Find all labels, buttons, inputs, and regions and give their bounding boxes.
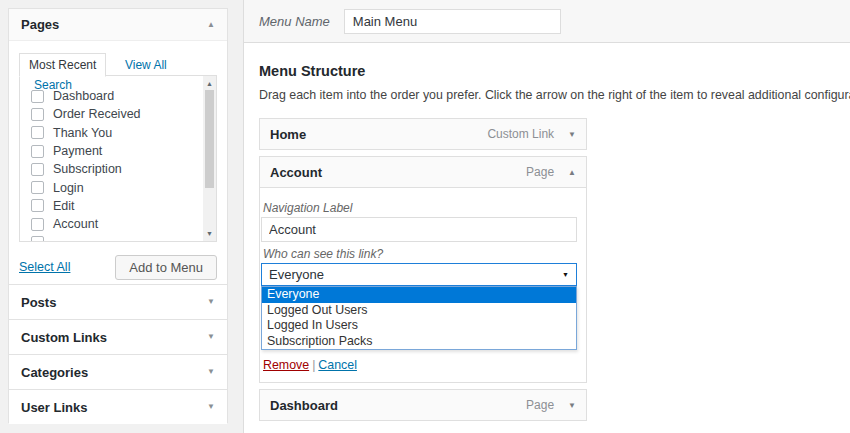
visibility-dropdown-list: Everyone Logged Out Users Logged In User… xyxy=(261,286,577,350)
collapse-arrow-icon[interactable]: ▲ xyxy=(568,168,576,177)
list-item[interactable]: Order Received xyxy=(31,105,202,123)
menu-item-actions: Remove|Cancel xyxy=(263,358,576,372)
pages-panel-body: Most Recent View All Search Dashboard Or… xyxy=(9,41,227,284)
menu-name-input[interactable] xyxy=(344,9,561,34)
page-title: Menu Structure xyxy=(259,63,835,79)
list-item-label: Account xyxy=(53,217,98,231)
menu-items-sidebar: Pages ▲ Most Recent View All Search Dash… xyxy=(8,8,228,423)
menu-item-list: Home Custom Link ▼ Account Page ▲ Naviga… xyxy=(259,118,587,421)
expand-arrow-icon[interactable]: ▼ xyxy=(568,130,576,139)
add-to-menu-button[interactable]: Add to Menu xyxy=(115,255,217,280)
dropdown-option-subscription-packs[interactable]: Subscription Packs xyxy=(262,334,576,350)
list-item[interactable]: Edit xyxy=(31,197,202,215)
select-all-link[interactable]: Select All xyxy=(19,260,70,274)
menu-item-dashboard: Dashboard Page ▼ xyxy=(259,389,587,421)
checkbox[interactable] xyxy=(31,236,44,242)
list-item[interactable]: Thank You xyxy=(31,124,202,142)
panel-title: Categories xyxy=(21,365,88,380)
menu-name-bar: Menu Name xyxy=(244,0,850,43)
list-item[interactable]: Login xyxy=(31,178,202,196)
checkbox[interactable] xyxy=(31,218,44,231)
dropdown-option-logged-out-users[interactable]: Logged Out Users xyxy=(262,303,576,319)
list-item-label: Payment xyxy=(53,144,102,158)
list-item-label: Subscription xyxy=(53,162,122,176)
scrollbar-thumb[interactable] xyxy=(205,90,214,188)
menu-item-type: Page xyxy=(526,165,554,179)
pages-actions-row: Select All Add to Menu xyxy=(19,254,217,280)
scrollbar[interactable]: ▲ ▼ xyxy=(203,76,216,241)
checkbox[interactable] xyxy=(31,145,44,158)
dropdown-option-everyone[interactable]: Everyone xyxy=(262,287,576,303)
menu-item-bar[interactable]: Home Custom Link ▼ xyxy=(259,118,587,150)
menu-item-type: Custom Link xyxy=(487,127,554,141)
visibility-select[interactable]: Everyone ▼ xyxy=(261,263,577,286)
list-item-partial[interactable] xyxy=(31,233,202,242)
menu-item-label: Home xyxy=(270,127,487,142)
tab-most-recent[interactable]: Most Recent xyxy=(19,53,106,77)
cancel-link[interactable]: Cancel xyxy=(318,358,357,372)
pages-checklist: Dashboard Order Received Thank You Payme… xyxy=(19,75,217,242)
list-item[interactable]: Account xyxy=(31,215,202,233)
checkbox[interactable] xyxy=(31,108,44,121)
checkbox[interactable] xyxy=(31,163,44,176)
dropdown-option-logged-in-users[interactable]: Logged In Users xyxy=(262,318,576,334)
sidebar-panel-user-links[interactable]: User Links ▼ xyxy=(9,389,227,424)
expand-arrow-icon[interactable]: ▼ xyxy=(207,298,215,306)
menu-item-settings: Navigation Label Who can see this link? … xyxy=(260,188,586,382)
collapse-arrow-icon[interactable]: ▲ xyxy=(207,21,215,29)
checkbox[interactable] xyxy=(31,199,44,212)
panel-title: User Links xyxy=(21,400,87,415)
scroll-down-icon[interactable]: ▼ xyxy=(203,227,216,240)
remove-link[interactable]: Remove xyxy=(263,358,309,372)
navigation-label-input[interactable] xyxy=(261,217,577,242)
checkbox[interactable] xyxy=(31,181,44,194)
menu-structure-section: Menu Structure Drag each item into the o… xyxy=(244,43,850,433)
panel-title: Posts xyxy=(21,295,56,310)
list-item-label: Thank You xyxy=(53,126,112,140)
sidebar-panel-categories[interactable]: Categories ▼ xyxy=(9,354,227,389)
structure-description: Drag each item into the order you prefer… xyxy=(259,88,835,102)
tab-view-all[interactable]: View All xyxy=(125,58,167,72)
pages-panel-title: Pages xyxy=(21,17,59,32)
pages-tabs: Most Recent View All Search xyxy=(19,53,217,76)
sidebar-panel-posts[interactable]: Posts ▼ xyxy=(9,284,227,319)
list-item[interactable]: Payment xyxy=(31,142,202,160)
actions-separator: | xyxy=(312,358,315,372)
expand-arrow-icon[interactable]: ▼ xyxy=(207,403,215,411)
list-item-label: Order Received xyxy=(53,107,141,121)
menu-item-bar[interactable]: Dashboard Page ▼ xyxy=(259,389,587,421)
checkbox[interactable] xyxy=(31,126,44,139)
menu-item-home: Home Custom Link ▼ xyxy=(259,118,587,150)
menu-name-label: Menu Name xyxy=(259,14,330,29)
menu-item-bar[interactable]: Account Page ▲ xyxy=(260,157,586,188)
list-item[interactable]: Subscription xyxy=(31,160,202,178)
menu-editor-panel: Menu Name Menu Structure Drag each item … xyxy=(243,0,850,433)
list-item-label: Login xyxy=(53,181,84,195)
tab-search[interactable]: Search xyxy=(34,78,72,92)
visibility-label: Who can see this link? xyxy=(263,247,576,261)
sidebar-panel-custom-links[interactable]: Custom Links ▼ xyxy=(9,319,227,354)
select-caret-icon[interactable]: ▼ xyxy=(562,271,569,278)
expand-arrow-icon[interactable]: ▼ xyxy=(207,368,215,376)
scroll-up-icon[interactable]: ▲ xyxy=(203,77,216,90)
menu-item-account: Account Page ▲ Navigation Label Who can … xyxy=(259,156,587,383)
expand-arrow-icon[interactable]: ▼ xyxy=(568,401,576,410)
expand-arrow-icon[interactable]: ▼ xyxy=(207,333,215,341)
pages-panel-header[interactable]: Pages ▲ xyxy=(9,9,227,41)
menu-item-label: Account xyxy=(270,165,526,180)
menu-item-label: Dashboard xyxy=(270,398,526,413)
panel-title: Custom Links xyxy=(21,330,107,345)
navigation-label: Navigation Label xyxy=(263,201,576,215)
menu-item-type: Page xyxy=(526,398,554,412)
list-item-label: Edit xyxy=(53,199,75,213)
visibility-selected-value: Everyone xyxy=(269,267,324,282)
